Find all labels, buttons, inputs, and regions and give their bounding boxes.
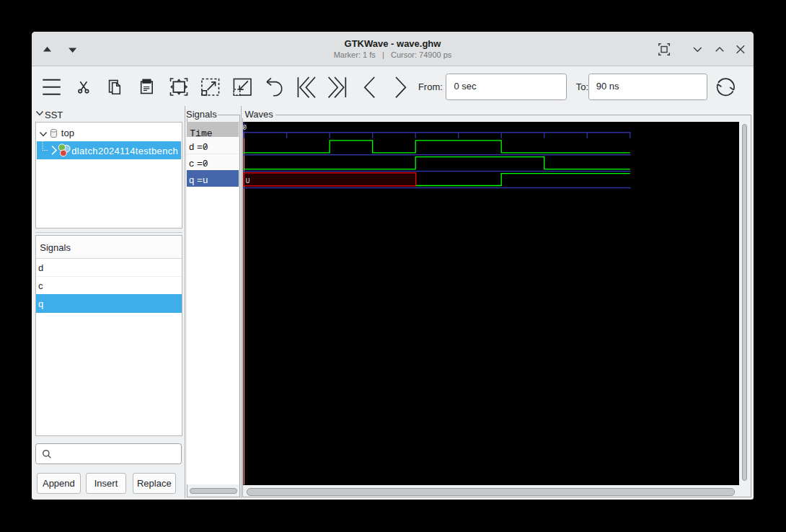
svg-text:0: 0 <box>243 123 247 131</box>
svg-text:U: U <box>246 177 250 185</box>
svg-text:From:: From: <box>418 81 443 92</box>
svg-text:To:: To: <box>576 81 588 92</box>
